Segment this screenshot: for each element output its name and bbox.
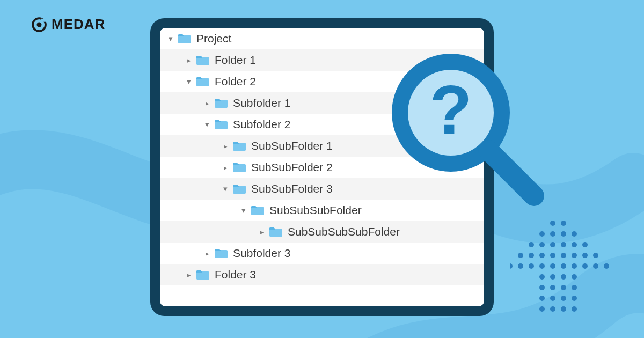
svg-point-10 [572,242,577,247]
chevron-down-icon[interactable]: ▾ [184,77,194,86]
brand-name: MEDAR [52,16,105,33]
tree-row[interactable]: ▾ SubSubSubFolder [160,200,484,221]
tree-item-label: Subfolder 2 [233,118,290,131]
svg-point-26 [572,263,577,269]
chevron-right-icon[interactable]: ▸ [184,271,194,279]
tree-item-label: SubSubFolder 2 [251,161,333,174]
svg-point-27 [582,263,588,269]
tree-item-label: Subfolder 3 [233,247,290,260]
tree-row[interactable]: ▸ SubSubSubSubFolder [160,221,484,243]
tree-item-label: SubSubFolder 3 [251,182,333,195]
chevron-right-icon[interactable]: ▸ [184,56,194,64]
svg-point-39 [550,296,555,301]
tree-row[interactable]: ▾ Project [160,28,484,49]
folder-tree-panel-inner: ▾ Project▸ Folder 1▾ Folder 2▸ Subfolder… [160,28,484,306]
tree-row[interactable]: ▸ Folder 3 [160,264,484,285]
chevron-right-icon[interactable]: ▸ [202,99,213,107]
chevron-right-icon[interactable]: ▸ [257,228,267,236]
tree-item-label: Folder 3 [215,268,256,281]
folder-icon [214,247,229,259]
svg-point-0 [550,221,555,226]
svg-point-23 [539,263,545,269]
tree-item-label: SubSubSubFolder [269,204,362,217]
svg-point-24 [550,263,555,269]
folder-icon [250,204,265,216]
chevron-right-icon[interactable]: ▸ [202,249,213,258]
svg-point-41 [572,296,577,301]
svg-point-29 [604,263,609,269]
tree-row[interactable]: ▾ SubSubFolder 3 [160,178,484,200]
svg-point-22 [529,263,534,269]
svg-point-42 [539,306,545,312]
folder-tree[interactable]: ▾ Project▸ Folder 1▾ Folder 2▸ Subfolder… [160,28,484,306]
folder-icon [232,161,247,173]
tree-item-label: Folder 1 [215,54,256,67]
svg-point-37 [572,285,577,290]
tree-item-label: SubSubFolder 1 [251,139,333,152]
svg-point-15 [550,253,555,258]
svg-point-38 [539,296,545,301]
svg-point-13 [529,253,534,258]
svg-point-25 [561,263,566,269]
svg-point-33 [572,274,577,280]
svg-point-4 [561,231,566,237]
svg-point-30 [539,274,545,280]
folder-icon [195,54,210,66]
svg-point-28 [593,263,598,269]
folder-icon [214,97,229,109]
svg-point-16 [561,253,566,258]
tree-row[interactable]: ▾ Subfolder 2 [160,114,484,135]
brand-logo: MEDAR [31,16,105,33]
tree-row[interactable]: ▸ SubSubFolder 1 [160,135,484,157]
svg-point-36 [561,285,566,290]
svg-point-20 [510,263,513,269]
folder-icon [195,269,210,281]
folder-icon [214,119,229,130]
svg-point-12 [518,253,523,258]
tree-row[interactable]: ▸ Subfolder 3 [160,243,484,264]
tree-row[interactable]: ▸ Subfolder 1 [160,92,484,114]
chevron-down-icon[interactable]: ▾ [165,34,176,43]
svg-point-45 [572,306,577,312]
brand-logo-mark-icon [31,17,47,33]
chevron-down-icon[interactable]: ▾ [220,184,231,194]
svg-point-31 [550,274,555,280]
svg-point-17 [572,253,577,258]
folder-tree-panel: ▾ Project▸ Folder 1▾ Folder 2▸ Subfolder… [150,18,494,316]
tree-item-label: Subfolder 1 [233,97,290,109]
svg-point-21 [518,263,523,269]
svg-point-2 [539,231,545,237]
svg-point-47 [37,22,42,27]
svg-point-1 [561,221,566,226]
svg-point-34 [539,285,545,290]
svg-point-9 [561,242,566,247]
chevron-right-icon[interactable]: ▸ [220,142,231,150]
folder-icon [177,33,192,45]
tree-row[interactable]: ▸ SubSubFolder 2 [160,157,484,178]
svg-point-35 [550,285,555,290]
tree-row[interactable]: ▸ Folder 1 [160,49,484,71]
svg-point-14 [539,253,545,258]
tree-item-label: Folder 2 [215,75,256,88]
folder-icon [232,183,247,195]
svg-point-40 [561,296,566,301]
svg-point-43 [550,306,555,312]
tree-item-label: SubSubSubSubFolder [288,225,400,238]
svg-point-18 [582,253,588,258]
chevron-right-icon[interactable]: ▸ [220,164,231,172]
tree-item-label: Project [196,32,231,45]
folder-icon [268,226,283,238]
chevron-down-icon[interactable]: ▾ [202,120,213,129]
folder-icon [232,140,247,152]
svg-point-11 [582,242,588,247]
tree-row[interactable]: ▾ Folder 2 [160,71,484,92]
svg-point-44 [561,306,566,312]
chevron-down-icon[interactable]: ▾ [238,205,249,215]
svg-point-8 [550,242,555,247]
svg-point-32 [561,274,566,280]
dot-arrow-decoration [510,218,612,322]
svg-rect-48 [41,18,47,21]
svg-point-19 [593,253,598,258]
folder-icon [195,76,210,87]
svg-line-51 [488,150,534,196]
